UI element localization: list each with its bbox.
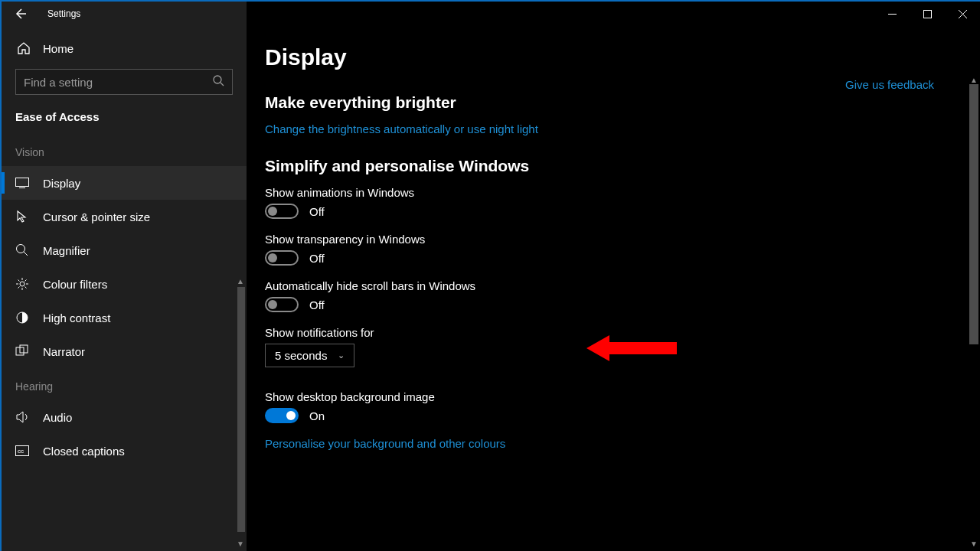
cursor-icon [15, 210, 29, 223]
close-button[interactable] [945, 2, 980, 26]
group-label-hearing: Hearing [2, 368, 247, 400]
sidebar-item-label: Closed captions [43, 445, 125, 458]
home-link[interactable]: Home [2, 32, 247, 64]
group-label-vision: Vision [2, 134, 247, 166]
toggle-desktop-bg-state: On [309, 409, 325, 422]
sidebar: Home Ease of Access ▲ Vision Display Cur… [2, 2, 247, 551]
sidebar-item-label: Cursor & pointer size [43, 210, 150, 223]
setting-label-animations: Show animations in Windows [265, 186, 980, 199]
toggle-transparency-state: Off [309, 252, 325, 265]
contrast-icon [15, 311, 29, 324]
dropdown-notifications[interactable]: 5 seconds ⌄ [265, 344, 354, 367]
search-icon [212, 74, 224, 90]
back-button[interactable] [2, 2, 38, 26]
content-pane: Display Give us feedback Make everything… [247, 2, 980, 551]
sidebar-item-label: High contrast [43, 311, 110, 324]
sidebar-item-audio[interactable]: Audio [2, 400, 247, 434]
sidebar-item-colour-filters[interactable]: Colour filters [2, 267, 247, 301]
setting-label-notifications: Show notifications for [265, 326, 980, 339]
dropdown-notifications-value: 5 seconds [275, 349, 327, 362]
toggle-transparency[interactable] [265, 250, 299, 266]
feedback-link[interactable]: Give us feedback [845, 78, 934, 91]
search-input[interactable] [24, 76, 212, 89]
content-scroll-down[interactable]: ▼ [969, 539, 978, 548]
svg-point-1 [214, 76, 221, 83]
sidebar-item-label: Audio [43, 411, 72, 424]
captions-icon: cc [15, 444, 29, 458]
home-label: Home [43, 42, 74, 55]
sidebar-scrollbar[interactable] [237, 287, 245, 532]
sidebar-item-label: Magnifier [43, 244, 90, 257]
magnifier-icon [15, 243, 29, 257]
svg-rect-2 [16, 178, 29, 187]
section-simplify-heading: Simplify and personalise Windows [265, 157, 980, 175]
content-scroll-up[interactable]: ▲ [969, 75, 978, 84]
sidebar-item-label: Colour filters [43, 278, 107, 291]
toggle-scrollbars[interactable] [265, 297, 299, 312]
toggle-animations[interactable] [265, 204, 299, 219]
sidebar-item-magnifier[interactable]: Magnifier [2, 233, 247, 267]
section-brighter-heading: Make everything brighter [265, 93, 980, 112]
setting-label-transparency: Show transparency in Windows [265, 233, 980, 246]
sidebar-item-closed-captions[interactable]: cc Closed captions [2, 434, 247, 468]
setting-label-desktop-bg: Show desktop background image [265, 390, 980, 403]
home-icon [17, 41, 31, 55]
chevron-down-icon: ⌄ [338, 350, 345, 360]
speaker-icon [15, 410, 29, 424]
sidebar-item-label: Display [43, 177, 80, 190]
page-title: Display [265, 44, 980, 70]
sidebar-section-title: Ease of Access [2, 103, 247, 134]
sidebar-item-narrator[interactable]: Narrator [2, 334, 247, 368]
sidebar-item-cursor[interactable]: Cursor & pointer size [2, 200, 247, 233]
search-box[interactable] [15, 69, 233, 95]
brightness-link[interactable]: Change the brightness automatically or u… [265, 122, 980, 135]
window-title: Settings [47, 8, 80, 19]
sidebar-item-high-contrast[interactable]: High contrast [2, 301, 247, 334]
svg-rect-0 [923, 10, 931, 18]
brightness-icon [15, 277, 29, 291]
svg-point-3 [17, 245, 25, 253]
narrator-icon [15, 344, 29, 358]
maximize-button[interactable] [910, 2, 945, 26]
svg-point-4 [20, 282, 24, 286]
content-scrollbar[interactable] [969, 84, 978, 344]
sidebar-item-label: Narrator [43, 345, 85, 358]
annotation-arrow-icon [586, 335, 677, 361]
minimize-button[interactable] [874, 2, 910, 26]
titlebar: Settings [2, 2, 980, 26]
svg-marker-10 [586, 335, 677, 361]
personalise-colours-link[interactable]: Personalise your background and other co… [265, 437, 980, 450]
toggle-animations-state: Off [309, 205, 325, 218]
monitor-icon [15, 176, 29, 190]
toggle-scrollbars-state: Off [309, 298, 325, 311]
sidebar-scroll-down[interactable]: ▼ [236, 539, 245, 548]
sidebar-item-display[interactable]: Display [2, 166, 247, 200]
toggle-desktop-bg[interactable] [265, 408, 299, 423]
setting-label-scrollbars: Automatically hide scroll bars in Window… [265, 279, 980, 292]
svg-text:cc: cc [18, 448, 24, 455]
